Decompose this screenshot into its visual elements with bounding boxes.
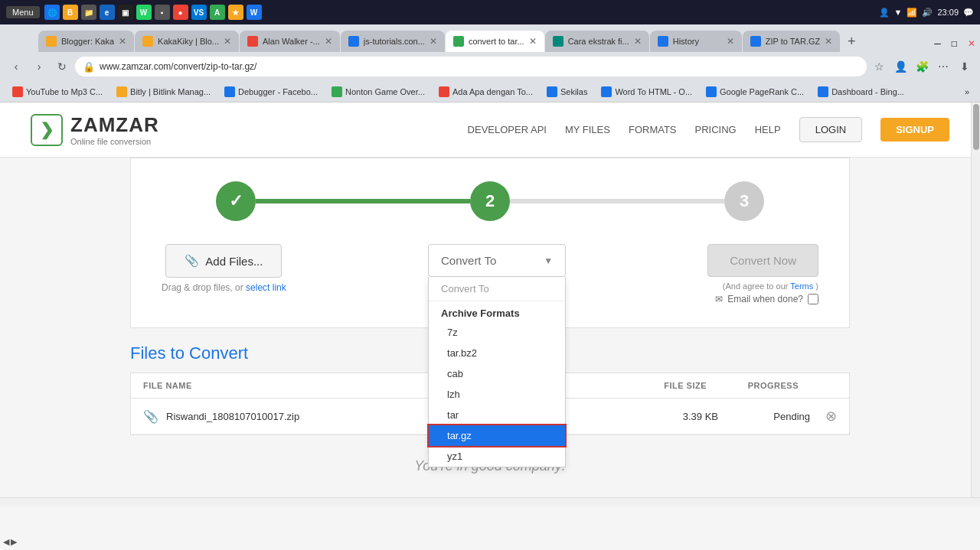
dropdown-item-lzh[interactable]: lzh (429, 384, 565, 405)
tab-5-close[interactable]: ✕ (529, 36, 537, 47)
bookmark-sekilas[interactable]: Sekilas (541, 85, 593, 99)
browser-chrome: ◀ ▶ Blogger: Kaka ✕ KakaKiky | Blo... ✕ … (0, 24, 980, 103)
converter-box: ✓ 2 3 📎 (130, 158, 850, 328)
taskbar-vs-icon[interactable]: VS (191, 5, 207, 20)
settings-icon[interactable]: ⋯ (934, 57, 952, 76)
extensions-icon[interactable]: 🧩 (913, 57, 931, 76)
dropdown-item-tar[interactable]: tar (429, 405, 565, 425)
convert-to-button[interactable]: Convert To ▼ (428, 244, 566, 277)
bookmark-sekilas-favicon (547, 86, 557, 97)
nav-my-files[interactable]: MY FILES (565, 124, 610, 135)
taskbar-menu[interactable]: Menu (6, 6, 40, 18)
forward-button[interactable]: › (29, 57, 49, 76)
file-remove-button[interactable]: ⊗ (825, 408, 837, 425)
bookmark-wordhtml[interactable]: Word To HTML - O... (595, 85, 698, 99)
step-1-check: ✓ (229, 191, 243, 211)
dropdown-item-7z[interactable]: 7z (429, 322, 565, 343)
minimize-btn[interactable]: ─ (929, 38, 946, 49)
dropdown-item-cab[interactable]: cab (429, 363, 565, 384)
bookmark-star-icon[interactable]: ☆ (870, 57, 888, 76)
taskbar-android-icon[interactable]: A (210, 5, 225, 20)
download-icon[interactable]: ⬇ (956, 57, 974, 76)
address-bar: ‹ › ↻ 🔒 www.zamzar.com/convert/zip-to-ta… (0, 52, 980, 81)
tab-4[interactable]: js-tutorials.con... ✕ (341, 31, 445, 52)
page-main: ❯ ZAMZAR Online file conversion DEVELOPE… (0, 103, 980, 497)
taskbar-whatsapp-icon[interactable]: W (136, 5, 152, 20)
bookmark-nonton[interactable]: Nonton Game Over... (325, 85, 431, 99)
close-btn[interactable]: ✕ (963, 38, 980, 49)
add-files-button[interactable]: 📎 Add Files... (165, 244, 282, 278)
taskbar-edge-icon[interactable]: e (100, 5, 115, 20)
tab-8[interactable]: ZIP to TAR.GZ ✕ (743, 31, 841, 52)
convert-now-button[interactable]: Convert Now (707, 244, 818, 277)
taskbar-ie-icon[interactable]: 🌐 (44, 5, 60, 20)
tab-5[interactable]: convert to tar... ✕ (446, 31, 544, 52)
taskbar-folder-icon[interactable]: 📁 (81, 5, 96, 20)
bookmark-ada-label: Ada Apa dengan To... (452, 87, 533, 96)
bookmarks-more[interactable]: » (960, 86, 974, 98)
select-link[interactable]: select link (246, 282, 286, 293)
back-button[interactable]: ‹ (6, 57, 26, 76)
tab-3[interactable]: Alan Walker -... ✕ (240, 31, 340, 52)
bookmark-ada[interactable]: Ada Apa dengan To... (433, 85, 539, 99)
dropdown-item-tarbz2[interactable]: tar.bz2 (429, 343, 565, 363)
tab-6-close[interactable]: ✕ (634, 36, 642, 47)
profile-icon[interactable]: 👤 (891, 57, 910, 76)
email-label: Email when done? (727, 294, 803, 304)
taskbar-bookmark-icon[interactable]: ★ (228, 5, 243, 20)
tab-1[interactable]: Blogger: Kaka ✕ (38, 31, 134, 52)
login-button[interactable]: LOGIN (799, 117, 862, 142)
bookmark-pagerank[interactable]: Google PageRank C... (700, 85, 810, 99)
logo-sub: Online file conversion (70, 137, 159, 146)
maximize-btn[interactable]: □ (947, 38, 962, 49)
url-bar[interactable]: 🔒 www.zamzar.com/convert/zip-to-tar.gz/ (75, 57, 867, 76)
tab-7-close[interactable]: ✕ (727, 36, 734, 47)
tab-8-close[interactable]: ✕ (825, 36, 832, 47)
bookmark-bitly[interactable]: Bitly | Bitlink Manag... (110, 85, 217, 99)
signup-button[interactable]: SIGNUP (880, 118, 949, 142)
dropdown-item-yz1[interactable]: yz1 (429, 446, 565, 467)
bookmark-debugger-favicon (224, 86, 235, 97)
tab-2-close[interactable]: ✕ (224, 36, 231, 47)
taskbar-b-icon[interactable]: B (63, 5, 78, 20)
tab-3-close[interactable]: ✕ (325, 36, 332, 47)
tab-2-favicon (142, 36, 153, 47)
nav-help[interactable]: HELP (755, 124, 781, 135)
tab-1-favicon (46, 36, 57, 47)
tab-2[interactable]: KakaKiky | Blo... ✕ (135, 31, 239, 52)
bookmark-youtube-label: YouTube to Mp3 C... (26, 87, 103, 96)
tab-1-close[interactable]: ✕ (119, 36, 126, 47)
scroll-thumb[interactable] (973, 104, 979, 150)
taskbar-volume-icon: 🔊 (922, 8, 933, 18)
email-row: ✉ Email when done? (715, 294, 818, 304)
nav-pricing[interactable]: PRICING (695, 124, 737, 135)
taskbar-right: 👤 ▼ 📶 🔊 23:09 💬 (879, 8, 974, 18)
refresh-button[interactable]: ↻ (52, 57, 72, 76)
dropdown-item-targz[interactable]: tar.gz (429, 425, 565, 446)
col-filename: FILE NAME (143, 381, 661, 390)
dropdown-header: Convert To (429, 277, 565, 301)
bookmark-debugger[interactable]: Debugger - Facebo... (218, 85, 324, 99)
horizontal-scrollbar[interactable] (0, 497, 980, 506)
new-tab-btn[interactable]: + (841, 31, 862, 52)
bookmark-bitly-label: Bitly | Bitlink Manag... (130, 87, 211, 96)
nav-developer-api[interactable]: DEVELOPER API (468, 124, 547, 135)
bookmark-dashboard[interactable]: Dashboard - Bing... (812, 85, 910, 99)
terms-link[interactable]: Terms (790, 282, 813, 291)
site-header: ❯ ZAMZAR Online file conversion DEVELOPE… (0, 103, 980, 158)
tab-2-title: KakaKiky | Blo... (158, 37, 219, 46)
bookmark-youtube[interactable]: YouTube to Mp3 C... (6, 85, 109, 99)
email-checkbox[interactable] (808, 294, 818, 304)
taskbar-app3-icon[interactable]: ▪ (155, 5, 170, 20)
taskbar-app2-icon[interactable]: ▣ (118, 5, 133, 20)
actions-row: 📎 Add Files... Drag & drop files, or sel… (162, 244, 818, 304)
tab-6[interactable]: Cara ekstrak fi... ✕ (545, 31, 649, 52)
taskbar-word-icon[interactable]: W (247, 5, 262, 20)
tab-4-close[interactable]: ✕ (430, 36, 437, 47)
taskbar-chrome-icon[interactable]: ● (173, 5, 188, 20)
tab-7[interactable]: History ✕ (650, 31, 742, 52)
nav-formats[interactable]: FORMATS (629, 124, 677, 135)
add-files-label: Add Files... (205, 255, 263, 268)
vertical-scrollbar[interactable] (971, 103, 980, 497)
logo-arrow-icon: ❯ (40, 120, 54, 140)
